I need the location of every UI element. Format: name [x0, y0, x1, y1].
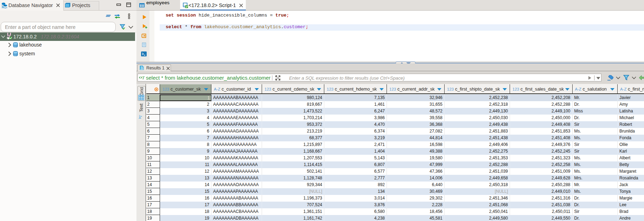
svg-text:T: T — [138, 115, 142, 117]
svg-text:T: T — [142, 75, 145, 80]
